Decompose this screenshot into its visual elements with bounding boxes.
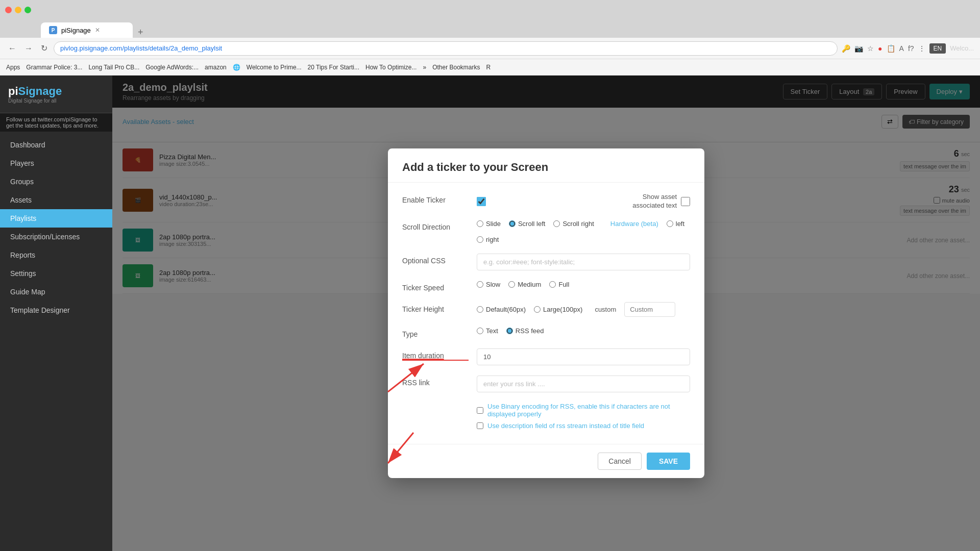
- new-tab-button[interactable]: +: [135, 27, 146, 38]
- enable-ticker-control: Show asset associated text: [477, 193, 690, 210]
- sidebar: piSignage Digital Signage for all Follow…: [0, 76, 112, 551]
- browser-tab[interactable]: P piSignage ✕: [41, 22, 133, 38]
- main-content: 2a_demo_playlsit Rearrange assets by dra…: [112, 76, 980, 551]
- scroll-left-option[interactable]: Scroll left: [509, 220, 545, 228]
- sidebar-logo: piSignage Digital Signage for all: [0, 76, 112, 113]
- speed-slow-option[interactable]: Slow: [477, 281, 500, 288]
- bookmark-20tips[interactable]: 20 Tips For Starti...: [308, 64, 359, 71]
- hw-right-option[interactable]: right: [477, 236, 499, 243]
- bookmark-longtail[interactable]: Long Tail Pro CB...: [88, 64, 139, 71]
- bookmark-apps[interactable]: Apps: [6, 64, 20, 71]
- optional-css-input[interactable]: [477, 254, 690, 270]
- sidebar-item-assets[interactable]: Assets: [0, 191, 112, 209]
- address-text: pivlog.pisignage.com/playlists/details/2…: [60, 44, 222, 52]
- bookmark-more[interactable]: »: [423, 64, 426, 71]
- bookmark-other[interactable]: Other Bookmarks: [432, 64, 480, 71]
- scroll-left-radio[interactable]: [509, 220, 516, 227]
- tab-favicon: P: [49, 26, 57, 34]
- ticker-height-control: Default(60px) Large(100px) custom: [477, 302, 690, 317]
- ticker-height-row: Ticker Height Default(60px) Large(100px)…: [402, 302, 690, 317]
- speed-slow-radio[interactable]: [477, 281, 483, 288]
- type-text-radio[interactable]: [477, 328, 483, 334]
- bookmark-globe[interactable]: 🌐: [233, 64, 240, 71]
- rss-link-input[interactable]: [477, 375, 690, 392]
- scroll-slide-radio[interactable]: [477, 220, 483, 227]
- ticker-speed-control: Slow Medium Full: [477, 281, 690, 288]
- sidebar-item-reports[interactable]: Reports: [0, 246, 112, 264]
- forward-button[interactable]: →: [22, 42, 35, 55]
- traffic-lights: [5, 7, 31, 13]
- app-layout: piSignage Digital Signage for all Follow…: [0, 76, 980, 551]
- tab-close-icon[interactable]: ✕: [95, 27, 100, 34]
- scroll-slide-option[interactable]: Slide: [477, 220, 501, 228]
- back-button[interactable]: ←: [6, 42, 18, 55]
- item-duration-label: Item duration: [402, 348, 469, 360]
- optional-css-control[interactable]: [477, 254, 690, 270]
- type-rss-option[interactable]: RSS feed: [506, 327, 544, 335]
- speed-medium-radio[interactable]: [508, 281, 515, 288]
- sidebar-item-subscription[interactable]: Subscription/Licenses: [0, 228, 112, 246]
- bookmark-amazon[interactable]: amazon: [205, 64, 227, 71]
- sidebar-item-guidemap[interactable]: Guide Map: [0, 283, 112, 301]
- type-rss-radio[interactable]: [506, 328, 513, 334]
- bookmark-adwords[interactable]: Google AdWords:...: [145, 64, 199, 71]
- modal-header: Add a ticker to your Screen: [388, 148, 704, 183]
- hw-right-radio[interactable]: [477, 236, 483, 243]
- sidebar-item-settings[interactable]: Settings: [0, 264, 112, 283]
- rss-binary-row: Use Binary encoding for RSS, enable this…: [477, 403, 690, 418]
- bookmark-r[interactable]: R: [486, 64, 491, 71]
- adblock-icon: ●: [878, 44, 882, 53]
- height-default-option[interactable]: Default(60px): [477, 306, 526, 313]
- sidebar-item-playlists[interactable]: Playlists: [0, 209, 112, 228]
- speed-full-option[interactable]: Full: [549, 281, 569, 288]
- logo-sub: Digital Signage for all: [8, 98, 104, 104]
- scroll-right-option[interactable]: Scroll right: [553, 220, 594, 228]
- scroll-right-radio[interactable]: [553, 220, 560, 227]
- sidebar-nav: Dashboard Players Groups Assets Playlist…: [0, 132, 112, 551]
- star-icon[interactable]: ☆: [867, 44, 874, 53]
- ticker-speed-label: Ticker Speed: [402, 281, 469, 292]
- enable-ticker-checkbox[interactable]: [477, 197, 486, 206]
- hw-left-option[interactable]: left: [667, 220, 684, 228]
- sidebar-item-dashboard[interactable]: Dashboard: [0, 136, 112, 154]
- logo-text: piSignage: [8, 85, 104, 98]
- sidebar-item-groups[interactable]: Groups: [0, 172, 112, 191]
- language-button[interactable]: EN: [929, 43, 946, 54]
- type-text-option[interactable]: Text: [477, 327, 498, 335]
- cancel-button[interactable]: Cancel: [598, 453, 642, 470]
- address-bar[interactable]: pivlog.pisignage.com/playlists/details/2…: [54, 41, 838, 56]
- bookmark-grammar[interactable]: Grammar Police: 3...: [26, 64, 82, 71]
- speed-medium-option[interactable]: Medium: [508, 281, 541, 288]
- item-duration-input[interactable]: [477, 348, 690, 365]
- item-duration-control[interactable]: [477, 348, 690, 365]
- help-icon: f?: [908, 44, 914, 53]
- sidebar-item-template[interactable]: Template Designer: [0, 301, 112, 319]
- custom-label: custom: [595, 306, 616, 313]
- item-duration-row: Item duration: [402, 348, 690, 365]
- welcome-text: Welco...: [950, 44, 974, 52]
- menu-icon[interactable]: ⋮: [918, 44, 925, 53]
- modal-body: Enable Ticker Show asset associated text: [388, 183, 704, 444]
- refresh-button[interactable]: ↻: [39, 41, 50, 55]
- bookmark-prime[interactable]: Welcome to Prime...: [247, 64, 302, 71]
- height-large-option[interactable]: Large(100px): [534, 306, 582, 313]
- rss-binary-checkbox[interactable]: [477, 407, 483, 414]
- rss-link-control[interactable]: [477, 375, 690, 392]
- minimize-button[interactable]: [15, 7, 21, 13]
- hw-left-radio[interactable]: [667, 220, 673, 227]
- rss-description-row: Use description field of rss stream inst…: [477, 422, 690, 430]
- sidebar-item-players[interactable]: Players: [0, 154, 112, 172]
- height-large-radio[interactable]: [534, 306, 541, 313]
- rss-description-checkbox[interactable]: [477, 422, 483, 429]
- scroll-direction-control: Slide Scroll left Scroll right Hardware …: [477, 220, 690, 243]
- rss-binary-label[interactable]: Use Binary encoding for RSS, enable this…: [487, 403, 690, 418]
- custom-height-input[interactable]: [624, 302, 675, 317]
- rss-description-label[interactable]: Use description field of rss stream inst…: [487, 422, 644, 430]
- show-asset-checkbox[interactable]: [681, 197, 690, 206]
- save-button[interactable]: SAVE: [647, 453, 690, 470]
- maximize-button[interactable]: [24, 7, 31, 13]
- speed-full-radio[interactable]: [549, 281, 556, 288]
- bookmark-howto[interactable]: How To Optimize...: [365, 64, 416, 71]
- close-button[interactable]: [5, 7, 12, 13]
- height-default-radio[interactable]: [477, 306, 483, 313]
